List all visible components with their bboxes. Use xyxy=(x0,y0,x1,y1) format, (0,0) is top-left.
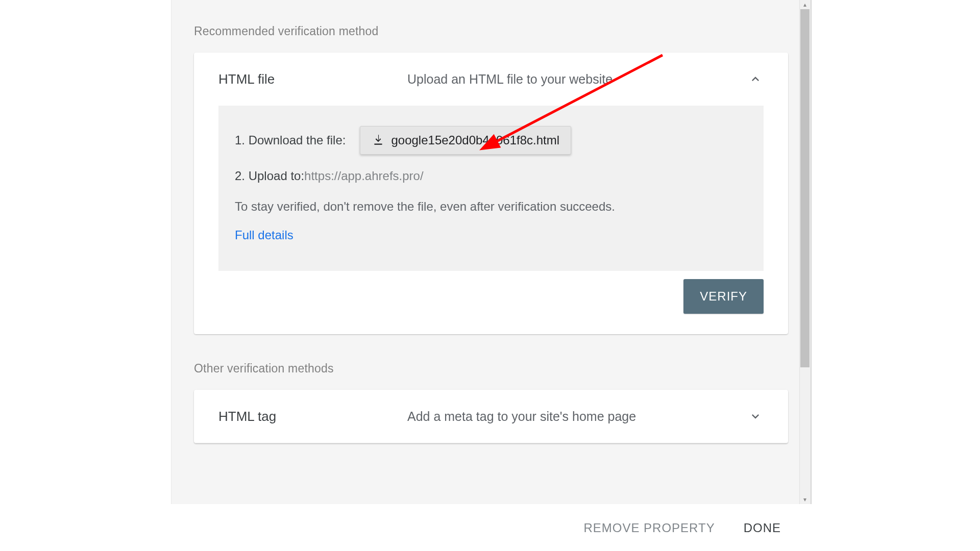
dialog-container: Recommended verification method HTML fil… xyxy=(147,0,833,551)
step-1-row: 1. Download the file: google15e20d0b4a06… xyxy=(235,126,747,155)
scroll-arrow-up-icon[interactable]: ▴ xyxy=(799,0,811,9)
html-file-card-header[interactable]: HTML file Upload an HTML file to your we… xyxy=(194,53,788,106)
chevron-down-icon xyxy=(747,408,764,424)
verify-button[interactable]: VERIFY xyxy=(683,279,764,314)
html-file-card-subtitle: Upload an HTML file to your website xyxy=(407,72,747,87)
scrollbar-track[interactable]: ▴ ▾ xyxy=(799,0,811,504)
recommended-section-label: Recommended verification method xyxy=(194,24,788,38)
dialog-footer: REMOVE PROPERTY DONE xyxy=(171,504,812,551)
step-2-label: 2. Upload to: xyxy=(235,169,304,183)
scroll-arrow-down-icon[interactable]: ▾ xyxy=(799,495,811,504)
html-tag-card: HTML tag Add a meta tag to your site's h… xyxy=(194,390,788,443)
remove-property-button[interactable]: REMOVE PROPERTY xyxy=(583,521,715,535)
html-file-card: HTML file Upload an HTML file to your we… xyxy=(194,53,788,334)
html-file-card-body: 1. Download the file: google15e20d0b4a06… xyxy=(218,106,764,271)
scroll-content: Recommended verification method HTML fil… xyxy=(172,24,811,443)
verification-note: To stay verified, don't remove the file,… xyxy=(235,199,747,214)
upload-url: https://app.ahrefs.pro/ xyxy=(304,169,423,183)
html-tag-card-subtitle: Add a meta tag to your site's home page xyxy=(407,409,747,424)
download-filename: google15e20d0b4a061f8c.html xyxy=(391,133,559,147)
download-icon xyxy=(372,134,385,147)
scrollbar-thumb[interactable] xyxy=(800,9,810,367)
other-section-label: Other verification methods xyxy=(194,362,788,375)
html-tag-card-header[interactable]: HTML tag Add a meta tag to your site's h… xyxy=(194,390,788,443)
html-file-card-actions: VERIFY xyxy=(194,271,788,334)
step-1-label: 1. Download the file: xyxy=(235,133,346,147)
chevron-up-icon xyxy=(747,71,764,87)
done-button[interactable]: DONE xyxy=(744,521,781,535)
download-file-button[interactable]: google15e20d0b4a061f8c.html xyxy=(360,126,571,155)
full-details-link[interactable]: Full details xyxy=(235,228,747,242)
html-tag-card-title: HTML tag xyxy=(218,409,407,424)
step-2-row: 2. Upload to: https://app.ahrefs.pro/ xyxy=(235,169,747,183)
html-file-card-title: HTML file xyxy=(218,71,407,87)
scroll-area: Recommended verification method HTML fil… xyxy=(171,0,812,504)
